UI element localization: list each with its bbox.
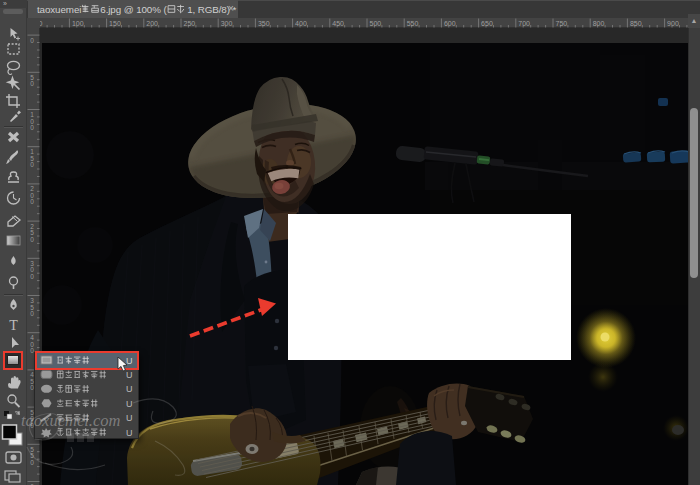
- svg-text:500: 500: [370, 20, 382, 27]
- svg-text:0: 0: [30, 124, 34, 131]
- svg-text:300: 300: [221, 20, 233, 27]
- svg-text:800: 800: [593, 20, 605, 27]
- svg-text:taoxuemei.com: taoxuemei.com: [21, 411, 121, 430]
- svg-text:700: 700: [518, 20, 530, 27]
- svg-text:250: 250: [184, 20, 196, 27]
- svg-text:850: 850: [630, 20, 642, 27]
- svg-text:0: 0: [30, 80, 34, 87]
- svg-text:0: 0: [30, 236, 34, 243]
- svg-text:150: 150: [109, 20, 121, 27]
- svg-text:0: 0: [30, 198, 34, 205]
- svg-text:100: 100: [72, 20, 84, 27]
- svg-text:0: 0: [30, 37, 34, 44]
- svg-text:T: T: [9, 318, 18, 333]
- svg-text:650: 650: [481, 20, 493, 27]
- svg-text:900: 900: [667, 20, 679, 27]
- svg-text:550: 550: [407, 20, 419, 27]
- svg-text:350: 350: [258, 20, 270, 27]
- svg-text:0: 0: [30, 310, 34, 317]
- svg-text:600: 600: [444, 20, 456, 27]
- svg-text:0: 0: [30, 161, 34, 168]
- svg-text:750: 750: [556, 20, 568, 27]
- svg-text:400: 400: [295, 20, 307, 27]
- svg-text:0: 0: [30, 273, 34, 280]
- svg-text:200: 200: [146, 20, 158, 27]
- svg-text:450: 450: [332, 20, 344, 27]
